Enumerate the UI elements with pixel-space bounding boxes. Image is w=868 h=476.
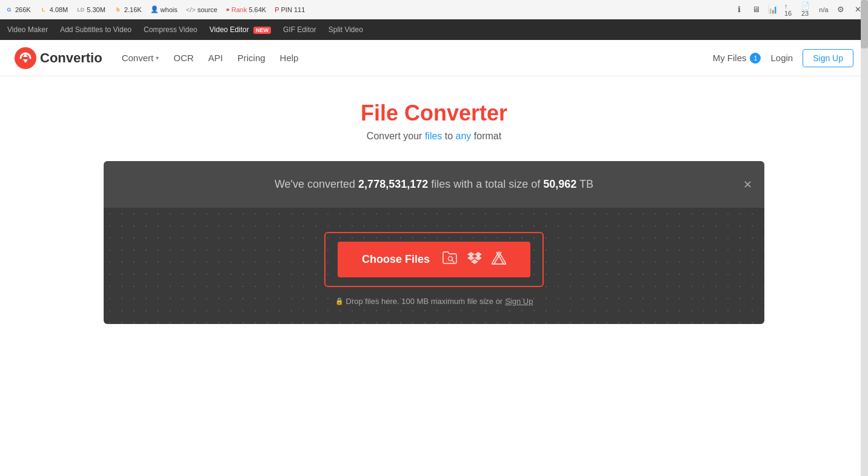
subtoolbar: Video Maker Add Subtitles to Video Compr… xyxy=(0,19,868,40)
info-icon[interactable]: ℹ xyxy=(733,4,744,15)
my-files[interactable]: My Files 1 xyxy=(713,53,761,64)
subtitle-files: files xyxy=(425,131,442,141)
google-icon: G xyxy=(5,5,13,14)
subtoolbar-add-subtitles[interactable]: Add Subtitles to Video xyxy=(60,25,132,34)
header: Convertio Convert ▾ OCR API Pricing Help… xyxy=(0,40,868,76)
drop-hint-signup[interactable]: Sign Up xyxy=(505,297,533,306)
page-subtitle: Convert your files to any format xyxy=(367,131,501,142)
my-files-badge: 1 xyxy=(750,53,761,64)
drop-hint-text: Drop files here. 100 MB maximum file siz… xyxy=(346,297,503,306)
main: File Converter Convert your files to any… xyxy=(0,76,868,324)
subtitle-any: any xyxy=(456,131,472,141)
svg-marker-7 xyxy=(471,259,478,264)
scrollbar-thumb xyxy=(861,0,868,48)
new-badge: NEW xyxy=(253,27,271,34)
rank-icon: ● xyxy=(226,6,230,13)
subtoolbar-video-editor[interactable]: Video Editor NEW xyxy=(210,25,272,34)
google-drive-icon[interactable] xyxy=(492,251,506,268)
lock-icon: 🔒 xyxy=(335,297,344,305)
signup-button[interactable]: Sign Up xyxy=(803,49,853,67)
toolbar: G 266K L 4.08M LD 5.30M b 2.16K 👤 whois … xyxy=(0,0,868,19)
svg-line-2 xyxy=(452,260,454,262)
choose-box: Choose Files xyxy=(324,232,544,287)
toolbar-rank-value: 5.64K xyxy=(249,6,266,13)
toolbar-source-value: source xyxy=(198,6,218,13)
toolbar-item-source[interactable]: </> source xyxy=(186,6,218,13)
toolbar-l-value: 4.08M xyxy=(50,6,68,13)
monitor-icon[interactable]: 🖥 xyxy=(750,4,761,15)
stats-text: We've converted 2,778,531,172 files with… xyxy=(123,178,745,191)
ld-icon: LD xyxy=(76,5,85,14)
toolbar-right: ℹ 🖥 📊 ↑ 16 📄 23 n/a ⚙ ✕ xyxy=(733,4,863,15)
chevron-down-icon: ▾ xyxy=(156,55,159,61)
stats-size: 50,962 xyxy=(543,178,576,190)
scrollbar[interactable] xyxy=(861,0,868,324)
toolbar-item-l[interactable]: L 4.08M xyxy=(39,5,68,14)
nav: Convert ▾ OCR API Pricing Help xyxy=(122,53,299,63)
page-title: File Converter xyxy=(361,101,507,126)
stats-suffix: TB xyxy=(576,178,593,190)
pinterest-icon: P xyxy=(275,6,279,13)
nav-help[interactable]: Help xyxy=(280,53,299,63)
wifi-icon: n/a xyxy=(818,4,829,15)
subtoolbar-split-video[interactable]: Split Video xyxy=(329,25,363,34)
toolbar-item-pin[interactable]: P PIN 111 xyxy=(275,6,305,13)
logo[interactable]: Convertio xyxy=(15,47,102,69)
toolbar-item-b[interactable]: b 2.16K xyxy=(114,5,142,14)
l-icon: L xyxy=(39,5,48,14)
nav-convert[interactable]: Convert ▾ xyxy=(122,53,159,63)
svg-marker-8 xyxy=(492,252,506,264)
drop-hint: 🔒 Drop files here. 100 MB maximum file s… xyxy=(335,297,533,306)
toolbar-item-rank[interactable]: ● Rank 5.64K xyxy=(226,6,266,13)
header-right: My Files 1 Login Sign Up xyxy=(713,49,853,67)
logo-text: Convertio xyxy=(40,50,102,66)
share-icon[interactable]: ↑ 16 xyxy=(784,4,795,15)
b-icon: b xyxy=(114,5,122,14)
svg-marker-6 xyxy=(475,256,482,260)
chart-icon[interactable]: 📊 xyxy=(767,4,778,15)
btn-icons xyxy=(442,251,506,268)
folder-search-icon[interactable] xyxy=(442,251,458,268)
svg-marker-5 xyxy=(467,256,475,260)
nav-ocr[interactable]: OCR xyxy=(173,53,193,63)
toolbar-pin-value: PIN 111 xyxy=(281,6,305,13)
settings-icon[interactable]: ⚙ xyxy=(835,4,846,15)
upload-header: We've converted 2,778,531,172 files with… xyxy=(104,161,764,208)
toolbar-b-value: 2.16K xyxy=(124,6,142,13)
choose-files-label: Choose Files xyxy=(362,253,430,266)
stats-middle: files with a total size of xyxy=(428,178,543,190)
subtoolbar-video-maker[interactable]: Video Maker xyxy=(7,25,48,34)
my-files-label: My Files xyxy=(713,53,747,63)
subtitle-start: Convert your xyxy=(367,131,425,141)
subtoolbar-compress-video[interactable]: Compress Video xyxy=(144,25,198,34)
toolbar-google-value: 266K xyxy=(15,6,31,13)
nav-pricing[interactable]: Pricing xyxy=(238,53,265,63)
stats-prefix: We've converted xyxy=(275,178,358,190)
upload-body: Choose Files xyxy=(104,208,764,324)
dropbox-icon[interactable] xyxy=(467,251,482,268)
logo-icon xyxy=(15,47,36,69)
subtoolbar-gif-editor[interactable]: GIF Editor xyxy=(283,25,316,34)
login-button[interactable]: Login xyxy=(770,53,793,63)
toolbar-ld-value: 5.30M xyxy=(87,6,105,13)
close-icon[interactable]: ✕ xyxy=(743,178,752,191)
choose-files-button[interactable]: Choose Files xyxy=(338,242,530,277)
toolbar-whois-value: whois xyxy=(161,6,178,13)
doc-icon[interactable]: 📄 23 xyxy=(801,4,812,15)
nav-convert-link[interactable]: Convert xyxy=(122,53,154,63)
toolbar-item-google[interactable]: G 266K xyxy=(5,5,31,14)
nav-api[interactable]: API xyxy=(209,53,223,63)
source-icon: </> xyxy=(186,6,196,13)
stats-count: 2,778,531,172 xyxy=(358,178,428,190)
toolbar-item-whois[interactable]: 👤 whois xyxy=(150,5,178,13)
svg-point-0 xyxy=(15,47,36,69)
subtitle-mid: to xyxy=(442,131,455,141)
upload-box: We've converted 2,778,531,172 files with… xyxy=(104,161,764,324)
toolbar-item-ld[interactable]: LD 5.30M xyxy=(76,5,105,14)
whois-icon: 👤 xyxy=(150,5,159,13)
toolbar-rank-label: Rank xyxy=(232,6,247,13)
subtitle-end: format xyxy=(471,131,501,141)
